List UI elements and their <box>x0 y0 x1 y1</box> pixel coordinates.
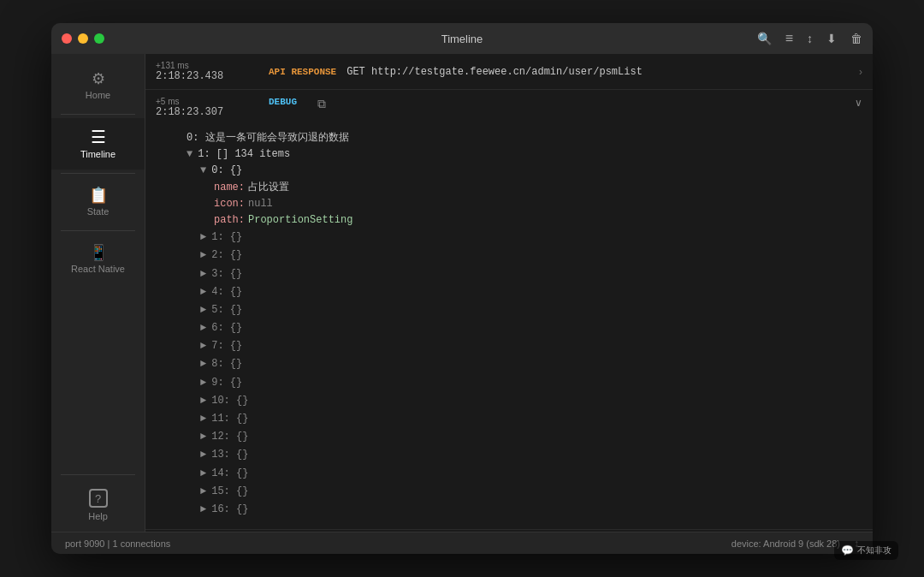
close-button[interactable] <box>62 33 72 44</box>
debug-sub-12: ► 12: {} <box>187 428 862 446</box>
api-content: GET http://testgate.feewee.cn/admin/user… <box>346 66 849 78</box>
expand-sub-7[interactable]: ► <box>200 338 206 354</box>
debug-sub-6: ► 6: {} <box>187 319 862 337</box>
entry-time-1: 2:18:23.438 <box>156 70 258 82</box>
expand-sub-15[interactable]: ► <box>200 484 206 500</box>
copy-icon[interactable]: ⧉ <box>317 97 326 111</box>
timeline-icon: ☰ <box>91 128 106 146</box>
search-icon[interactable]: 🔍 <box>757 32 772 45</box>
traffic-lights <box>62 33 104 44</box>
debug-root-label: 0: 这是一条可能会导致闪退的数据 <box>187 130 862 146</box>
sidebar-divider-bottom <box>61 474 135 475</box>
debug-sub-3: ► 3: {} <box>187 265 862 283</box>
sidebar-item-help[interactable]: ? Help <box>51 479 145 532</box>
debug-entry-header[interactable]: +5 ms 2:18:23.307 DEBUG ⧉ ∨ <box>145 90 873 125</box>
debug-item-1: ▼ 0: {} <box>187 163 862 179</box>
expand-sub-14[interactable]: ► <box>200 466 206 482</box>
wechat-label: 不知非攻 <box>857 544 891 556</box>
debug-sub-11: ► 11: {} <box>187 410 862 428</box>
timeline-entry-debug: +5 ms 2:18:23.307 DEBUG ⧉ ∨ 0: 这是一条可能会导致… <box>145 90 873 530</box>
main-content: ⚙ Home ☰ Timeline 📋 State 📱 React Native <box>51 54 873 532</box>
delete-icon[interactable]: 🗑 <box>850 32 862 45</box>
debug-sub-9: ► 9: {} <box>187 374 862 392</box>
window-title: Timeline <box>441 33 483 45</box>
debug-sub-8: ► 8: {} <box>187 355 862 373</box>
filter-icon[interactable]: ≡ <box>785 31 793 46</box>
app-window: Timeline 🔍 ≡ ↕ ⬇ 🗑 ⚙ Home ☰ Timeline <box>51 23 873 554</box>
content-pane: +131 ms 2:18:23.438 API RESPONSE GET htt… <box>145 54 873 532</box>
sort-icon[interactable]: ↕ <box>807 32 813 45</box>
expand-arrow-1[interactable]: ▼ <box>187 146 192 163</box>
timeline-entry-api: +131 ms 2:18:23.438 API RESPONSE GET htt… <box>145 54 873 90</box>
sidebar-timeline-label: Timeline <box>80 149 116 159</box>
sidebar-divider-1 <box>61 114 135 115</box>
debug-name-line: name: 占比设置 <box>187 180 862 196</box>
expand-sub-4[interactable]: ► <box>200 284 206 300</box>
entry-meta-1: +131 ms 2:18:23.438 <box>156 61 258 82</box>
debug-sub-10: ► 10: {} <box>187 392 862 410</box>
debug-sub-14: ► 14: {} <box>187 465 862 483</box>
debug-sub-1: ► 1: {} <box>187 229 862 247</box>
expand-sub-13[interactable]: ► <box>200 447 206 463</box>
debug-sub-15: ► 15: {} <box>187 483 862 501</box>
debug-icon-line: icon: null <box>187 196 862 212</box>
entry-time-2: 2:18:23.307 <box>156 106 258 118</box>
sidebar-item-home[interactable]: ⚙ Home <box>51 61 145 110</box>
debug-sub-5: ► 5: {} <box>187 301 862 319</box>
sidebar-item-state[interactable]: 📋 State <box>51 177 145 227</box>
debug-path-line: path: ProportionSetting <box>187 212 862 229</box>
debug-sub-7: ► 7: {} <box>187 337 862 355</box>
entry-delta-1: +131 ms <box>156 61 258 70</box>
expand-sub-8[interactable]: ► <box>200 356 206 372</box>
sidebar-react-native-label: React Native <box>71 264 125 274</box>
debug-sub-16: ► 16: {} <box>187 501 862 519</box>
expand-arrow-2[interactable]: ▼ <box>200 163 206 179</box>
expand-sub-3[interactable]: ► <box>200 266 206 283</box>
debug-sub-2: ► 2: {} <box>187 247 862 265</box>
entry-delta-2: +5 ms <box>156 97 258 106</box>
maximize-button[interactable] <box>94 33 104 44</box>
minimize-button[interactable] <box>78 33 88 44</box>
react-native-icon: 📱 <box>89 245 108 260</box>
api-arrow-icon: › <box>859 66 862 78</box>
entry-type-debug: DEBUG <box>269 97 297 107</box>
expand-sub-11[interactable]: ► <box>200 411 206 427</box>
sidebar-divider-3 <box>61 230 135 231</box>
entry-meta-2: +5 ms 2:18:23.307 <box>156 97 258 118</box>
title-bar: Timeline 🔍 ≡ ↕ ⬇ 🗑 <box>51 23 873 54</box>
sidebar: ⚙ Home ☰ Timeline 📋 State 📱 React Native <box>51 54 145 532</box>
help-icon: ? <box>89 489 108 508</box>
debug-sub-4: ► 4: {} <box>187 283 862 301</box>
api-entry-header[interactable]: +131 ms 2:18:23.438 API RESPONSE GET htt… <box>145 54 873 89</box>
sidebar-home-label: Home <box>86 90 110 100</box>
expand-sub-10[interactable]: ► <box>200 393 206 409</box>
debug-item-0: ▼ 1: [] 134 items <box>187 146 862 163</box>
download-icon[interactable]: ⬇ <box>826 32 837 45</box>
expand-sub-16[interactable]: ► <box>200 502 206 518</box>
sidebar-help-label: Help <box>88 511 108 521</box>
wechat-icon: 💬 <box>841 544 854 556</box>
title-actions: 🔍 ≡ ↕ ⬇ 🗑 <box>757 31 862 46</box>
expand-sub-5[interactable]: ► <box>200 302 206 318</box>
debug-sub-13: ► 13: {} <box>187 446 862 464</box>
device-info: device: Android 9 (sdk 28) <box>732 538 840 549</box>
entry-type-api: API RESPONSE <box>269 67 336 77</box>
expand-sub-9[interactable]: ► <box>200 375 206 391</box>
expand-sub-1[interactable]: ► <box>200 229 206 246</box>
status-bar: port 9090 | 1 connections device: Androi… <box>51 532 873 554</box>
state-icon: 📋 <box>89 187 108 203</box>
sidebar-divider-2 <box>61 173 135 174</box>
expand-sub-2[interactable]: ► <box>200 247 206 264</box>
sidebar-item-timeline[interactable]: ☰ Timeline <box>51 118 145 170</box>
debug-content: 0: 这是一条可能会导致闪退的数据 ▼ 1: [] 134 items ▼ 0:… <box>145 125 873 529</box>
sidebar-state-label: State <box>87 206 110 217</box>
home-icon: ⚙ <box>92 71 105 86</box>
wechat-badge: 💬 不知非攻 <box>834 541 898 560</box>
expand-sub-12[interactable]: ► <box>200 429 206 445</box>
expand-sub-6[interactable]: ► <box>200 320 206 336</box>
collapse-icon[interactable]: ∨ <box>855 97 862 109</box>
sidebar-item-react-native[interactable]: 📱 React Native <box>51 235 145 284</box>
status-left: port 9090 | 1 connections <box>65 538 732 549</box>
